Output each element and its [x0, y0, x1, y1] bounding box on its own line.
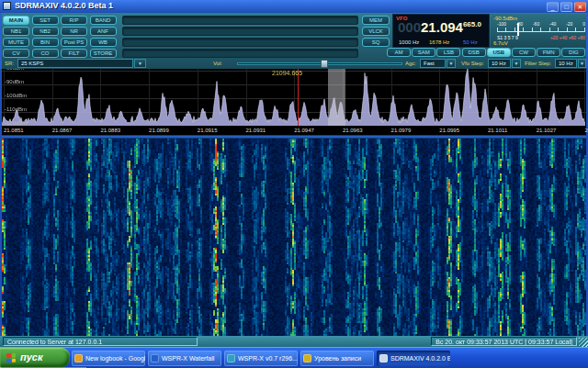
filter-step-arrow-icon[interactable]: ▼: [578, 59, 586, 68]
freq-axis-label: 21.0899: [149, 128, 169, 133]
vfo-step-select[interactable]: 10 Hz: [488, 59, 511, 68]
volume-label: Vol:: [213, 61, 222, 66]
maximize-button[interactable]: □: [560, 2, 572, 12]
status-connection: Connected to Server at 127.0.0.1: [3, 337, 198, 346]
task-label: Уровень записи: [314, 355, 361, 362]
volume-slider-track[interactable]: [237, 62, 402, 65]
s-meter-tick-label: 0: [582, 21, 585, 27]
spectrum-db-label: -100dBm: [5, 93, 27, 98]
spectrum-waterfall-divider: [2, 135, 586, 139]
panel-button-store[interactable]: STORE: [90, 49, 117, 58]
s-meter-uv-value: 6.7uV: [493, 40, 508, 46]
mode-button-sam[interactable]: SAM: [412, 48, 435, 57]
panel-button-r-p[interactable]: R/P: [61, 16, 87, 25]
mode-button-am[interactable]: AM: [387, 48, 411, 57]
taskbar-button-wspr-x-v0-7[interactable]: WSPR-X v0.7 r296...: [224, 351, 298, 366]
taskbar-button-sdrmaxiv-4-0[interactable]: SDRMAXIV 4.0.2.0 B...: [377, 351, 450, 366]
frequency-digits-main: 21.094: [421, 19, 463, 35]
side-button-sq[interactable]: SQ: [362, 38, 390, 47]
sample-rate-select[interactable]: 25 KSPS: [17, 59, 133, 68]
panel-button-band[interactable]: BAND: [90, 16, 117, 25]
agc-arrow-icon[interactable]: ▼: [447, 59, 456, 68]
panel-button-post-ps[interactable]: Post PS: [61, 38, 87, 47]
side-button-column: MEMVLCKSQ: [362, 13, 391, 50]
sample-rate-label: SR:: [5, 61, 14, 66]
mode-button-usb[interactable]: USB: [487, 48, 511, 57]
task-label: SDRMAXIV 4.0.2.0 B...: [390, 355, 450, 362]
app-icon: [3, 2, 11, 10]
s-meter-tick-label: -20: [566, 21, 572, 27]
task-icon: [379, 354, 388, 362]
s-meter-plus-scale: +20 +40 +60 +80: [550, 35, 585, 40]
sample-rate-arrow-icon[interactable]: ▼: [134, 59, 146, 68]
task-icon: [151, 354, 159, 362]
frequency-digits-small: 665.0: [463, 20, 481, 28]
s-meter-tick-label: -40: [549, 21, 556, 27]
panel-button-nb1[interactable]: NB1: [3, 27, 29, 36]
panel-button-main[interactable]: MAIN: [3, 16, 29, 25]
panel-button-mute[interactable]: MUTE: [3, 38, 29, 47]
panel-row-slot: [122, 49, 358, 58]
freq-right-readout: 50 Hz: [463, 39, 478, 45]
task-icon: [74, 354, 83, 362]
s-meter-scale-bottom: S1 3 5 7 9+20 +40 +60 +80: [497, 35, 585, 40]
panel-button-bin[interactable]: BIN: [32, 38, 59, 47]
task-label: WSPR-X v0.7 r296...: [238, 355, 298, 362]
panel-button-nb2[interactable]: NB2: [32, 27, 59, 36]
taskbar-button-wspr-x-water[interactable]: WSPR-X Waterfall: [148, 351, 221, 366]
mode-button-fmn[interactable]: FMN: [537, 48, 560, 57]
filter-step-label: Filter Step:: [525, 61, 551, 66]
task-label: New logbook - Googl...: [85, 355, 145, 362]
freq-axis-label: 21.0883: [100, 128, 120, 133]
vfo-step-label: Vfo Step:: [461, 61, 484, 66]
vfo-step-arrow-icon[interactable]: ▼: [512, 59, 521, 68]
agc-select[interactable]: Fast: [420, 59, 446, 68]
screen: SDRMAXIV 4.0.2.0 Beta 1 _ □ ✕ MAINSETR/P…: [0, 0, 588, 368]
s-meter-ticks: [497, 28, 585, 32]
minimize-button[interactable]: _: [547, 2, 559, 12]
freq-axis-label: 21.0963: [343, 128, 363, 133]
volume-slider-thumb[interactable]: [321, 60, 328, 68]
resize-grip[interactable]: [579, 338, 588, 347]
spectrum-db-label: -110dBm: [5, 106, 27, 112]
panel-button-nr[interactable]: NR: [61, 27, 87, 36]
close-button[interactable]: ✕: [574, 2, 586, 12]
panel-button-co[interactable]: CO: [32, 49, 59, 58]
freq-axis-label: 21.0947: [294, 128, 314, 133]
task-icon: [303, 354, 311, 362]
mode-button-dig[interactable]: DIG: [561, 48, 585, 57]
side-button-vlck[interactable]: VLCK: [362, 27, 390, 36]
panel-button-cv[interactable]: CV: [3, 49, 29, 58]
tuning-cursor-line: [298, 69, 299, 126]
freq-axis-label: 21.1027: [537, 128, 557, 133]
taskbar-button-new-logbook[interactable]: New logbook - Googl...: [72, 351, 145, 366]
spectrum-display[interactable]: [2, 69, 586, 126]
panel-row-slot: [122, 16, 358, 25]
freq-axis-label: 21.1043: [584, 128, 588, 133]
waterfall-display[interactable]: [2, 139, 586, 336]
freq-axis-label: 21.0851: [4, 128, 24, 133]
panel-button-anf[interactable]: ANF: [90, 27, 117, 36]
panel-button-set[interactable]: SET: [32, 16, 59, 25]
filter-passband[interactable]: [328, 69, 345, 126]
mode-button-lsb[interactable]: LSB: [436, 48, 460, 57]
mode-button-cw[interactable]: CW: [512, 48, 536, 57]
side-button-mem[interactable]: MEM: [362, 16, 390, 25]
s-meter-needle: [517, 23, 519, 36]
panel-row-slot: [122, 38, 358, 47]
panel-row-slot: [122, 27, 358, 36]
filter-step-select[interactable]: 10 Hz: [555, 59, 577, 68]
freq-axis-label: 21.0915: [198, 128, 218, 133]
frequency-digits[interactable]: 00021.094665.0: [398, 19, 481, 36]
taskbar-button-[interactable]: Уровень записи: [300, 351, 374, 366]
freq-axis-label: 21.0979: [391, 128, 412, 133]
spectrum-db-label: -90dBm: [5, 79, 24, 84]
freq-axis-label: 21.0931: [246, 128, 266, 133]
window-title: SDRMAXIV 4.0.2.0 Beta 1: [15, 1, 113, 10]
mode-button-dsb[interactable]: DSB: [462, 48, 486, 57]
panel-button-filt[interactable]: FILT: [61, 49, 87, 58]
panel-button-wb[interactable]: WB: [90, 38, 117, 47]
s-meter-tick-label: -60: [533, 21, 539, 27]
spectrum-db-label: -120dBm: [5, 120, 27, 126]
taskbar: пуск EN 9:33 New logbook - Googl...WSPR-…: [0, 347, 588, 368]
